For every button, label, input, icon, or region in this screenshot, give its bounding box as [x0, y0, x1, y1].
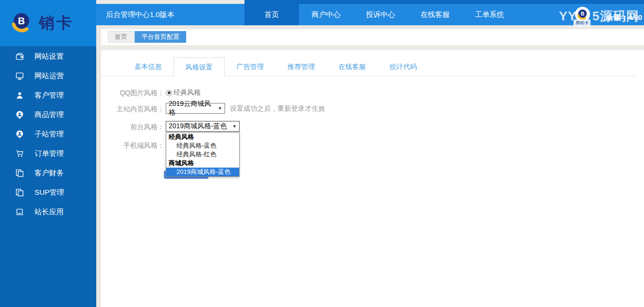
dropdown-option-classic-red[interactable]: 经典风格-红色 — [166, 150, 239, 159]
dropdown-option-classic-blue[interactable]: 经典风格-蓝色 — [166, 141, 239, 150]
tab-recommend-management[interactable]: 推荐管理 — [276, 58, 327, 76]
sidebar-item-label: SUP管理 — [35, 188, 64, 197]
main-site-style-label: 主站内页风格： — [106, 103, 164, 114]
sidebar-item-label: 网站设置 — [35, 52, 64, 61]
main-site-style-select[interactable]: 2019云商城风格 ▼ — [166, 103, 225, 114]
tab-statistics-code[interactable]: 统计代码 — [378, 58, 429, 76]
tab-style-settings[interactable]: 风格设置 — [174, 57, 225, 77]
copy-icon — [16, 169, 24, 177]
svg-text:B: B — [581, 11, 585, 17]
nav-item-complaint-center[interactable]: 投诉中心 — [353, 0, 408, 25]
classic-style-radio-label: 经典风格 — [174, 88, 201, 97]
relogin-note: 设置成功之后，重新登录才生效 — [230, 104, 325, 113]
tab-bar: 基本信息 风格设置 广告管理 推荐管理 在线客服 统计代码 — [101, 57, 637, 76]
front-style-select[interactable]: 2019商城风格-蓝色 ▼ — [166, 121, 240, 132]
sidebar-item-order-management[interactable]: 订单管理 — [0, 144, 96, 163]
breadcrumb-platform-home-config[interactable]: 平台首页配置 — [135, 31, 186, 43]
sidebar-item-label: 商品管理 — [35, 110, 64, 119]
classic-style-radio[interactable] — [166, 90, 172, 96]
sidebar-item-label: 网站运营 — [35, 71, 64, 81]
dropdown-group-classic: 经典风格 — [166, 133, 239, 141]
tab-online-service[interactable]: 在线客服 — [327, 58, 378, 76]
nav-item-online-service[interactable]: 在线客服 — [408, 0, 462, 25]
sidebar-item-label: 客户财务 — [35, 169, 64, 178]
front-style-label: 前台风格： — [106, 121, 164, 132]
svg-text:B: B — [18, 16, 25, 26]
balance-text: 余额：4.00 — [606, 13, 642, 22]
monitor-icon — [16, 72, 24, 80]
nav-item-home[interactable]: 首页 — [244, 0, 299, 25]
sidebar-item-customer-finance[interactable]: 客户财务 — [0, 163, 96, 183]
sidebar-item-label: 客户管理 — [35, 91, 64, 100]
brand-logo-icon: B — [10, 11, 33, 36]
sidebar: B 销卡 网站设置 网站运营 — [0, 0, 96, 307]
front-style-value: 2019商城风格-蓝色 — [169, 122, 227, 131]
tab-basic-info[interactable]: 基本信息 — [122, 58, 174, 76]
breadcrumb: 首页 平台首页配置 — [101, 29, 644, 45]
cart-icon — [16, 150, 24, 158]
brand-logo[interactable]: B 销卡 — [0, 0, 96, 46]
front-style-dropdown-list: 经典风格 经典风格-蓝色 经典风格-红色 商城风格 2019商城风格-蓝色 — [166, 132, 240, 177]
top-nav: 首页 商户中心 投诉中心 在线客服 工单系统 — [244, 0, 517, 25]
app-version-title: 后台管理中心1.0版本 — [106, 4, 174, 25]
dropdown-group-mall: 商城风格 — [166, 159, 239, 168]
sidebar-item-label: 站长应用 — [35, 207, 64, 217]
wallet-icon — [16, 52, 24, 61]
brand-name: 销卡 — [39, 13, 74, 34]
user-pin-icon — [16, 111, 24, 119]
dropdown-option-2019-mall-blue[interactable]: 2019商城风格-蓝色 — [166, 168, 239, 176]
top-bar: 后台管理中心1.0版本 首页 商户中心 投诉中心 在线客服 工单系统 YY 5源… — [96, 4, 644, 25]
qq-style-label: QQ图片风格： — [106, 87, 164, 98]
admin-page: B 销卡 网站设置 网站运营 — [0, 0, 644, 307]
breadcrumb-home[interactable]: 首页 — [108, 31, 134, 43]
chevron-down-icon: ▼ — [229, 124, 237, 129]
avatar-label: 易销卡 — [574, 19, 591, 27]
sidebar-item-sup-management[interactable]: SUP管理 — [0, 183, 96, 202]
main-site-style-value: 2019云商城风格 — [169, 100, 215, 117]
copy-icon — [16, 188, 24, 197]
nav-item-merchant-center[interactable]: 商户中心 — [299, 0, 353, 25]
sidebar-item-product-management[interactable]: 商品管理 — [0, 105, 96, 124]
sidebar-item-customer-management[interactable]: 客户管理 — [0, 85, 96, 105]
tab-ad-management[interactable]: 广告管理 — [225, 58, 276, 76]
nav-item-ticket-system[interactable]: 工单系统 — [462, 0, 517, 25]
mobile-style-label: 手机端风格： — [106, 140, 164, 151]
user-icon — [16, 91, 24, 100]
sidebar-item-label: 子站管理 — [35, 130, 64, 139]
sidebar-menu: 网站设置 网站运营 客户管理 — [0, 47, 96, 222]
chevron-down-icon: ▼ — [215, 106, 222, 111]
sidebar-item-label: 订单管理 — [35, 149, 64, 158]
laptop-icon — [16, 208, 24, 216]
sidebar-item-site-settings[interactable]: 网站设置 — [0, 47, 96, 66]
sidebar-item-site-operation[interactable]: 网站运营 — [0, 66, 96, 85]
sidebar-item-substation-management[interactable]: 子站管理 — [0, 124, 96, 144]
qq-style-radio-group: 经典风格 — [166, 87, 201, 98]
user-pin-icon — [16, 130, 24, 138]
sidebar-item-webmaster-apps[interactable]: 站长应用 — [0, 202, 96, 222]
